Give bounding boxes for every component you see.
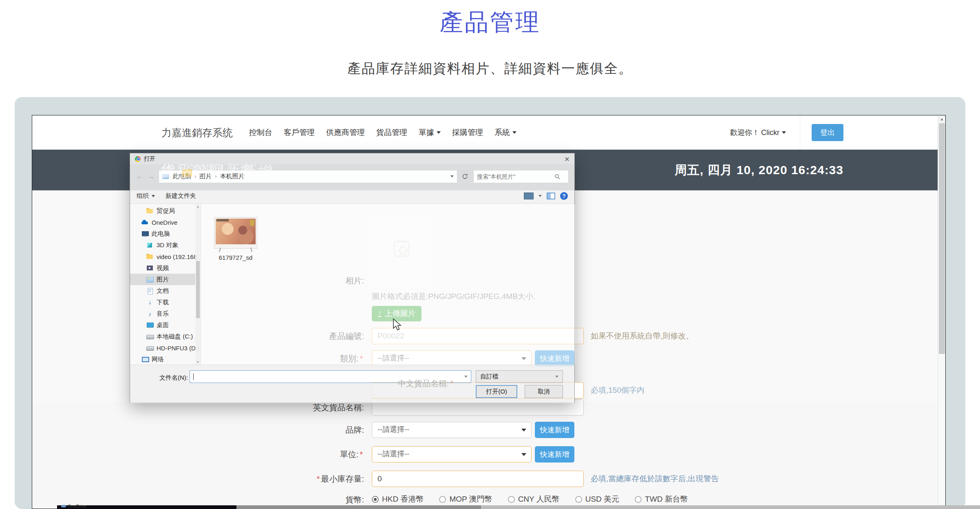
folder-tree-item[interactable]: 贸促局 [130,205,195,217]
folder-tree-item[interactable]: 3D 对象 [130,239,195,251]
scrollbar-thumb[interactable] [196,261,200,318]
radio-icon[interactable] [508,496,515,503]
page-subtitle: 產品庫存詳細資料相片、詳細資料一應俱全。 [0,60,980,78]
app-brand[interactable]: 力嘉進銷存系统 [161,126,233,139]
min-stock-input[interactable] [372,471,584,487]
unit-label: 單位:* [234,446,364,463]
folder-tree: 贸促局OneDrive此电脑3D 对象video (192.168视频图片文档↓… [130,205,195,365]
folder-tree-item[interactable]: 桌面 [130,319,195,331]
organize-menu[interactable]: 组织 [137,192,155,200]
radio-icon[interactable] [575,496,582,503]
nav-item[interactable]: 採購管理 [446,115,489,150]
chevron-down-icon [437,131,441,134]
video-artifact-strip: OneDrive [0,505,980,509]
nav-item[interactable]: 系統 [489,115,522,150]
brand-quick-add-button[interactable]: 快速新增 [535,422,574,438]
video-icon [146,265,153,271]
folder-tree-item[interactable]: video (192.168 [130,251,195,262]
folder-tree-item[interactable]: ↓下载 [130,297,195,308]
file-tile[interactable]: 6179727_sd [214,217,257,261]
radio-icon[interactable] [439,496,446,503]
currency-radio-option[interactable]: USD 美元 [575,494,619,505]
currency-radio-option[interactable]: HKD 香港幣 [372,494,424,505]
nav-item[interactable]: 單據 [413,115,446,150]
view-mode-icon[interactable] [524,193,534,199]
help-icon[interactable]: ? [560,192,568,200]
file-list-area[interactable]: 6179727_sd [201,204,575,365]
currency-radio-option[interactable]: CNY 人民幣 [508,494,560,505]
download-icon: ↓ [146,299,153,305]
unit-quick-add-button[interactable]: 快速新增 [535,446,574,463]
back-icon[interactable]: ← [136,172,143,181]
logout-button[interactable]: 登出 [812,124,843,141]
filetype-select[interactable]: 自訂檔 [476,370,563,383]
folder-tree-item[interactable]: 文档 [130,285,195,297]
preview-pane-icon[interactable] [547,193,555,199]
music-icon: ♪ [146,310,153,317]
nav-item[interactable]: 供應商管理 [320,115,371,150]
nav-item[interactable]: 控制台 [243,115,278,150]
cloud-icon [61,505,66,507]
tv-badge [250,220,254,226]
folder-tree-label: 3D 对象 [157,241,178,249]
folder-net-icon [146,253,153,260]
welcome-text: 歡迎你！ [730,128,759,137]
address-dropdown-icon[interactable] [450,175,454,177]
chevron-down-icon[interactable] [464,376,468,378]
tv-leg [250,248,252,252]
folder-tree-item[interactable]: 视频 [130,262,195,274]
folder-tree-item[interactable]: 图片 [130,274,195,285]
scroll-down-icon[interactable]: ▼ [196,361,199,363]
nav-item[interactable]: 客戶管理 [278,115,320,150]
artifact-onedrive-ghost: OneDrive [61,504,86,509]
refresh-icon[interactable] [460,170,470,183]
currency-radio-option[interactable]: TWD 新台幣 [635,494,688,505]
close-icon[interactable]: × [565,155,569,163]
view-mode-dropdown-icon[interactable] [539,195,542,197]
new-folder-button[interactable]: 新建文件夹 [166,192,196,200]
artifact-gray-bar [236,505,481,509]
folder-tree-item[interactable]: ♪音乐 [130,308,195,319]
nav-item[interactable]: 貨品管理 [371,115,413,150]
unit-select[interactable]: --請選擇-- [372,446,532,463]
username: Clickr [761,128,779,137]
page-title: 產品管理 [0,7,980,38]
folder-tree-item[interactable]: HD-PNFU3 (D:) [130,342,195,354]
file-open-dialog: 打开 × ← → 此电脑›图片›本机照片 组织 新建文件 [130,153,575,403]
dialog-title: 打开 [144,155,155,163]
brand-select[interactable]: --請選擇-- [372,422,532,438]
user-menu[interactable]: 歡迎你！ Clickr [730,115,800,150]
search-input[interactable] [477,173,554,180]
folder-tree-item[interactable]: 此电脑 [130,228,195,239]
nav-menu: 控制台客戶管理供應商管理貨品管理單據採購管理系統 [243,115,522,150]
radio-icon[interactable] [635,496,642,503]
radio-selected-icon[interactable] [372,496,379,503]
select-arrow-icon [521,453,526,456]
currency-option-label: CNY 人民幣 [518,494,560,505]
disk-icon [146,333,153,340]
dialog-body: 贸促局OneDrive此电脑3D 对象video (192.168视频图片文档↓… [130,204,574,365]
scroll-up-icon[interactable]: ▲ [938,115,946,123]
forward-icon[interactable]: → [147,172,155,181]
ghost-input-border [372,382,575,398]
folder-tree-label: 音乐 [157,310,169,318]
page-scrollbar[interactable]: ▲ [938,115,946,509]
chevron-down-icon [512,131,516,134]
currency-option-label: USD 美元 [585,494,619,505]
folder-tree-label: OneDrive [152,219,177,226]
text-caret [193,373,194,380]
folder-tree-item[interactable]: OneDrive [130,217,195,228]
scrollbar-thumb[interactable] [939,123,945,354]
currency-radio-option[interactable]: MOP 澳門幣 [439,494,492,505]
folder-tree-label: 视频 [157,264,169,272]
scroll-up-icon[interactable]: ▲ [196,205,199,208]
currency-option-label: HKD 香港幣 [382,494,424,505]
sidebar-scrollbar[interactable]: ▲ ▼ [195,204,201,365]
folder-tree-item[interactable]: 网络 [130,354,195,365]
folder-tree-label: 贸促局 [157,207,175,215]
select-arrow-icon [521,429,526,432]
chevron-down-icon [782,131,786,134]
folder-tree-item[interactable]: 本地磁盘 (C:) [130,331,195,342]
search-box[interactable] [473,170,569,183]
mouse-cursor [392,318,402,333]
